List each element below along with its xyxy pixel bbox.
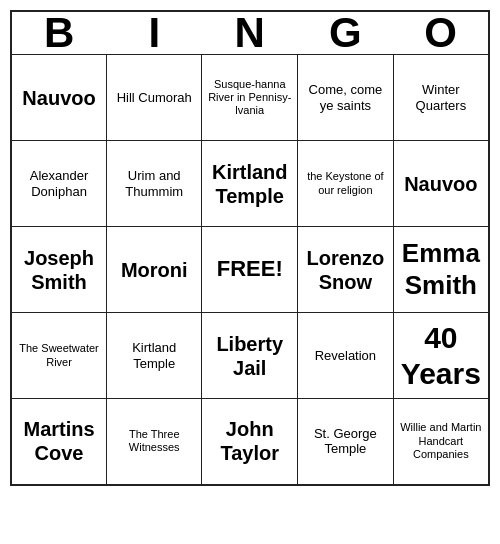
grid-cell-2-0: Joseph Smith — [11, 227, 107, 313]
grid-row-3: The Sweetwater RiverKirtland TempleLiber… — [11, 313, 489, 399]
grid-cell-0-0: Nauvoo — [11, 55, 107, 141]
grid-cell-4-4: Willie and Martin Handcart Companies — [393, 399, 489, 485]
grid-row-0: NauvooHill CumorahSusque-hanna River in … — [11, 55, 489, 141]
grid-cell-1-2: Kirtland Temple — [202, 141, 298, 227]
grid-cell-3-1: Kirtland Temple — [107, 313, 202, 399]
bingo-letter-n: N — [202, 11, 298, 55]
grid-cell-4-1: The Three Witnesses — [107, 399, 202, 485]
grid-cell-2-3: Lorenzo Snow — [298, 227, 394, 313]
bingo-letter-i: I — [107, 11, 202, 55]
grid-cell-2-2: FREE! — [202, 227, 298, 313]
grid-cell-3-2: Liberty Jail — [202, 313, 298, 399]
grid-cell-4-3: St. George Temple — [298, 399, 394, 485]
grid-cell-0-1: Hill Cumorah — [107, 55, 202, 141]
grid-cell-0-4: Winter Quarters — [393, 55, 489, 141]
grid-cell-2-1: Moroni — [107, 227, 202, 313]
grid-cell-1-4: Nauvoo — [393, 141, 489, 227]
grid-cell-3-4: 40 Years — [393, 313, 489, 399]
bingo-letter-o: O — [393, 11, 489, 55]
bingo-grid: BINGO NauvooHill CumorahSusque-hanna Riv… — [10, 10, 490, 486]
grid-row-4: Martins CoveThe Three WitnessesJohn Tayl… — [11, 399, 489, 485]
grid-cell-0-2: Susque-hanna River in Pennisy-lvania — [202, 55, 298, 141]
grid-cell-3-3: Revelation — [298, 313, 394, 399]
grid-row-2: Joseph SmithMoroniFREE!Lorenzo SnowEmma … — [11, 227, 489, 313]
grid-cell-4-0: Martins Cove — [11, 399, 107, 485]
bingo-letter-g: G — [298, 11, 394, 55]
grid-cell-1-0: Alexander Doniphan — [11, 141, 107, 227]
grid-cell-1-3: the Keystone of our religion — [298, 141, 394, 227]
grid-cell-3-0: The Sweetwater River — [11, 313, 107, 399]
grid-cell-2-4: Emma Smith — [393, 227, 489, 313]
grid-cell-4-2: John Taylor — [202, 399, 298, 485]
grid-cell-1-1: Urim and Thummim — [107, 141, 202, 227]
grid-cell-0-3: Come, come ye saints — [298, 55, 394, 141]
grid-row-1: Alexander DoniphanUrim and ThummimKirtla… — [11, 141, 489, 227]
bingo-letter-b: B — [11, 11, 107, 55]
